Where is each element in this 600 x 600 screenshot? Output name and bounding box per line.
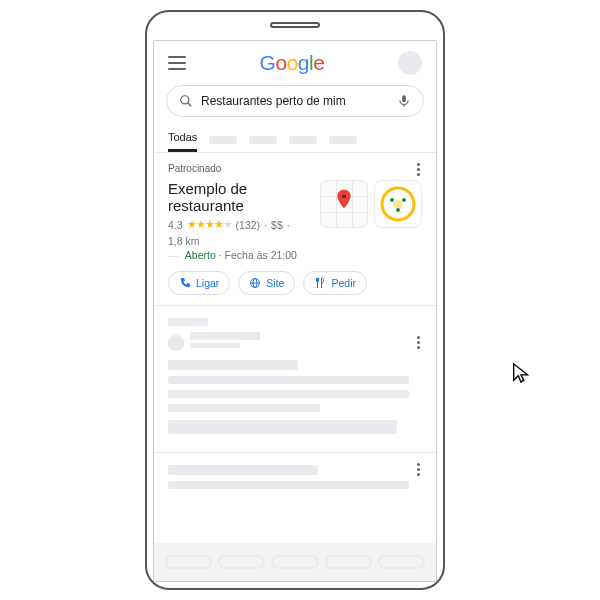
svg-rect-2 (402, 95, 406, 102)
logo-letter: g (298, 51, 309, 74)
cursor-icon (510, 362, 532, 388)
utensils-icon (314, 277, 326, 289)
logo-letter: o (275, 51, 286, 74)
favicon-placeholder (168, 335, 184, 351)
dash-icon: — (168, 249, 179, 261)
search-input[interactable]: Restaurantes perto de mim (166, 85, 424, 117)
search-query-text: Restaurantes perto de mim (201, 94, 389, 108)
screen: Google Restaurantes perto de mim Todas (153, 40, 437, 582)
globe-icon (249, 277, 261, 289)
status-line: — Aberto · Fecha às 21:00 (168, 249, 312, 261)
rating-line: 4.3 ★★★★★ (132) · $$ · 1,8 km (168, 218, 312, 247)
phone-speaker (270, 22, 320, 28)
separator-dot: · (264, 219, 267, 231)
svg-point-7 (390, 198, 394, 202)
search-tabs: Todas (154, 125, 436, 153)
google-logo: Google (260, 51, 325, 75)
sponsored-card[interactable]: Patrocinado Exemplo de restaurante 4.3 ★… (154, 153, 436, 306)
result-placeholder[interactable] (154, 306, 436, 453)
carousel-item[interactable] (218, 555, 265, 569)
tab-placeholder[interactable] (209, 136, 237, 144)
phone-icon (179, 277, 191, 289)
svg-point-8 (402, 198, 406, 202)
map-pin-icon (336, 190, 352, 214)
search-icon (179, 94, 193, 108)
sponsored-label: Patrocinado (168, 163, 422, 174)
svg-point-10 (393, 200, 403, 208)
overflow-menu-icon[interactable] (410, 163, 426, 176)
svg-line-1 (188, 103, 192, 107)
carousel-item[interactable] (325, 555, 372, 569)
thumbnail-row (320, 180, 422, 261)
site-label: Site (266, 277, 284, 289)
overflow-menu-icon[interactable] (410, 463, 426, 476)
mic-icon[interactable] (397, 94, 411, 108)
order-button[interactable]: Pedir (303, 271, 367, 295)
results-area: Patrocinado Exemplo de restaurante 4.3 ★… (154, 153, 436, 581)
phone-frame: Google Restaurantes perto de mim Todas (145, 10, 445, 590)
open-status: Aberto (185, 249, 216, 261)
rating-value: 4.3 (168, 219, 183, 231)
carousel-item[interactable] (271, 555, 318, 569)
order-label: Pedir (331, 277, 356, 289)
tab-placeholder[interactable] (249, 136, 277, 144)
tab-placeholder[interactable] (289, 136, 317, 144)
carousel-item[interactable] (378, 555, 425, 569)
logo-letter: e (313, 51, 324, 74)
tab-all[interactable]: Todas (168, 125, 197, 152)
business-title: Exemplo de restaurante (168, 180, 312, 214)
svg-point-9 (396, 208, 400, 212)
map-thumbnail[interactable] (320, 180, 368, 228)
call-button[interactable]: Ligar (168, 271, 230, 295)
avatar[interactable] (398, 51, 422, 75)
photo-thumbnail[interactable] (374, 180, 422, 228)
logo-letter: o (287, 51, 298, 74)
distance: 1,8 km (168, 235, 200, 247)
review-count: (132) (236, 219, 261, 231)
price-level: $$ (271, 219, 283, 231)
svg-point-0 (181, 96, 189, 104)
overflow-menu-icon[interactable] (410, 336, 426, 349)
bottom-carousel[interactable] (154, 543, 436, 581)
result-placeholder[interactable] (154, 453, 436, 507)
closing-time: Fecha às 21:00 (225, 249, 297, 261)
svg-point-5 (342, 194, 347, 199)
tab-placeholder[interactable] (329, 136, 357, 144)
app-header: Google (154, 41, 436, 81)
call-label: Ligar (196, 277, 219, 289)
logo-letter: G (260, 51, 276, 74)
site-button[interactable]: Site (238, 271, 295, 295)
carousel-item[interactable] (165, 555, 212, 569)
action-chips: Ligar Site (168, 271, 422, 295)
separator-dot: · (287, 219, 290, 231)
menu-icon[interactable] (168, 56, 186, 70)
stars-icon: ★★★★★ (187, 218, 232, 231)
